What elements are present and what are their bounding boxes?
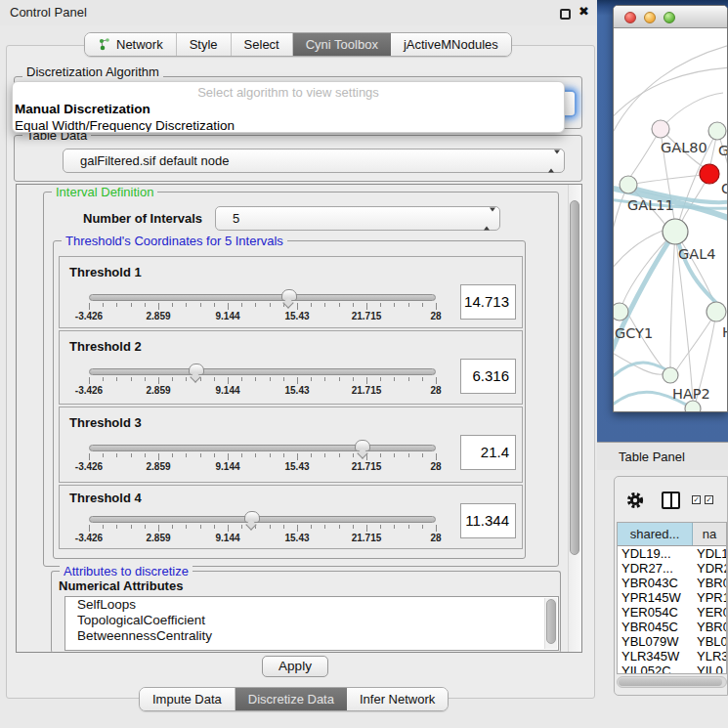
network-node-label: GCY1	[615, 325, 653, 341]
slider-track[interactable]	[89, 368, 436, 375]
slider-thumb[interactable]	[189, 364, 204, 375]
slider-thumb[interactable]	[281, 289, 297, 301]
network-node-HAP2-node[interactable]	[663, 367, 678, 383]
table-row[interactable]: YDR27...YDR2	[618, 561, 726, 576]
network-edge[interactable]	[670, 232, 675, 367]
mac-zoom-icon[interactable]	[664, 12, 675, 23]
tab-label: Impute Data	[152, 692, 222, 707]
slider-thumb[interactable]	[355, 440, 370, 451]
horizontal-scrollbar-thumb[interactable]	[619, 678, 722, 686]
table-header-name[interactable]: na	[693, 523, 726, 545]
table-header-shared-name[interactable]: shared...	[618, 523, 693, 545]
major-tick	[228, 453, 229, 460]
mac-minimize-icon[interactable]	[644, 12, 656, 23]
network-node-GAL80-node[interactable]	[652, 120, 669, 138]
tab-style[interactable]: Style	[177, 33, 232, 56]
attribute-list-item[interactable]: TopologicalCoefficient	[65, 613, 558, 628]
tab-select[interactable]: Select	[232, 33, 293, 56]
slider-track[interactable]	[89, 445, 436, 451]
column-layout-icon[interactable]	[662, 492, 680, 509]
cell-shared-name[interactable]: YDR27...	[618, 561, 693, 576]
table-row[interactable]: YBR045CYBR0	[618, 620, 726, 634]
table-row[interactable]: YDL19...YDL1	[618, 546, 726, 561]
cell-shared-name[interactable]: YLR345W	[618, 649, 693, 664]
attribute-list-item[interactable]: SelfLoops	[65, 597, 558, 613]
network-graph[interactable]: GAL80GACGAL11GAL4GCY1HHAP2	[614, 28, 728, 412]
network-node-label: HAP2	[672, 386, 710, 402]
tab-discretize-data[interactable]: Discretize Data	[236, 688, 347, 710]
network-edge[interactable]	[628, 175, 701, 185]
tab-network[interactable]: Network	[85, 33, 177, 56]
horizontal-scrollbar-track[interactable]	[617, 676, 727, 688]
attribute-list-item[interactable]: BetweennessCentrality	[65, 628, 558, 644]
minor-tick	[324, 525, 325, 529]
threshold-value-field[interactable]: 11.344	[460, 503, 516, 538]
checkbox-icon[interactable]: ✓	[705, 495, 713, 504]
major-tick	[436, 377, 437, 384]
network-node-H-node[interactable]	[707, 302, 726, 321]
slider-thumb[interactable]	[244, 511, 260, 523]
network-node-selected-red-node[interactable]	[700, 164, 719, 184]
number-of-intervals-combobox[interactable]: 5	[215, 206, 500, 231]
network-edge[interactable]	[676, 312, 716, 370]
table-row[interactable]: YER054CYER0	[618, 605, 726, 620]
table-row[interactable]: YIL052CYIL0	[618, 664, 726, 674]
cell-shared-name[interactable]: YBR045C	[618, 620, 693, 634]
cell-name[interactable]: YDR2	[693, 561, 726, 576]
cell-name[interactable]: YBL0	[693, 634, 726, 649]
cell-name[interactable]: YIL0	[693, 664, 726, 674]
cell-name[interactable]: YLR3	[693, 649, 726, 664]
minor-tick	[186, 377, 187, 381]
slider-track[interactable]	[89, 516, 436, 523]
major-tick	[89, 525, 90, 532]
cell-name[interactable]: YPR1	[693, 590, 726, 605]
network-node-GCY1-node[interactable]	[614, 303, 628, 321]
cell-name[interactable]: YDL1	[693, 546, 726, 561]
float-window-icon[interactable]	[560, 9, 571, 20]
checkbox-icon[interactable]: ✓	[692, 495, 701, 504]
cell-name[interactable]: YBR0	[693, 576, 726, 590]
table-row[interactable]: YPR145WYPR1	[618, 590, 726, 605]
list-scrollbar-thumb[interactable]	[546, 599, 556, 644]
tab-infer-network[interactable]: Infer Network	[347, 688, 448, 710]
minor-tick	[270, 377, 271, 381]
slider-track[interactable]	[89, 294, 436, 301]
network-node-GAL4-node[interactable]	[663, 219, 688, 244]
minor-tick	[200, 303, 201, 307]
major-tick	[366, 377, 367, 384]
cell-shared-name[interactable]: YER054C	[618, 605, 693, 620]
algorithm-option[interactable]: Manual Discretization	[13, 101, 564, 117]
table-row[interactable]: YBL079WYBL0	[618, 634, 726, 649]
network-node-GAL11-node[interactable]	[620, 176, 637, 193]
cell-name[interactable]: YBR0	[693, 620, 726, 634]
table-row[interactable]: YLR345WYLR3	[618, 649, 726, 664]
attributes-group-title: Attributes to discretize	[60, 564, 193, 578]
tab-impute-data[interactable]: Impute Data	[140, 688, 236, 710]
vertical-scrollbar-thumb[interactable]	[570, 200, 579, 555]
table-row[interactable]: YBR043CYBR0	[618, 576, 726, 590]
tab-jactivemnodules[interactable]: jActiveMNodules	[391, 33, 511, 56]
threshold-value-field[interactable]: 21.4	[460, 435, 516, 470]
tab-cyni-toolbox[interactable]: Cyni Toolbox	[293, 33, 391, 56]
interval-definition-group-title: Interval Definition	[52, 185, 157, 199]
network-node-top-right-node[interactable]	[708, 122, 726, 140]
close-icon[interactable]: ✖	[578, 4, 589, 19]
cell-shared-name[interactable]: YDL19...	[618, 546, 693, 561]
minor-tick	[380, 303, 381, 307]
network-edge[interactable]	[614, 67, 728, 121]
cell-shared-name[interactable]: YBL079W	[618, 634, 693, 649]
table-data-combobox[interactable]: galFiltered.sif default node	[63, 149, 565, 173]
threshold-value-field[interactable]: 14.713	[460, 284, 516, 320]
algorithm-option[interactable]: Equal Width/Frequency Discretization	[13, 117, 564, 133]
cell-shared-name[interactable]: YPR145W	[618, 590, 693, 605]
gear-icon[interactable]	[625, 491, 645, 510]
network-node-bottom-node[interactable]	[685, 401, 701, 412]
cell-shared-name[interactable]: YIL052C	[618, 664, 693, 674]
cell-name[interactable]: YER0	[693, 605, 726, 620]
cell-shared-name[interactable]: YBR043C	[618, 576, 693, 590]
apply-button[interactable]: Apply	[262, 656, 328, 677]
major-tick	[158, 525, 159, 532]
mac-close-icon[interactable]	[624, 12, 636, 23]
threshold-value-field[interactable]: 6.316	[460, 359, 516, 394]
network-canvas[interactable]: GAL80GACGAL11GAL4GCY1HHAP2	[614, 28, 728, 412]
